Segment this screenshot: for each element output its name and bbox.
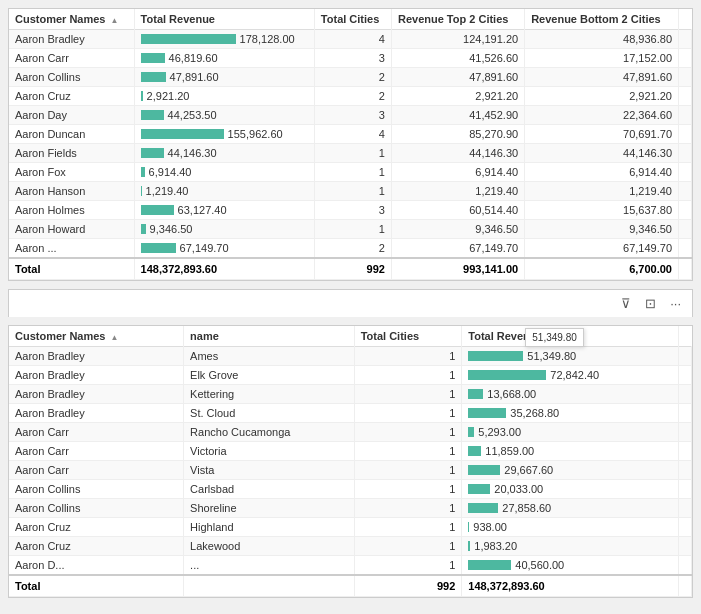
cell-cities: 4	[314, 125, 391, 144]
cell-top2: 6,914.40	[391, 163, 524, 182]
cell-customer2: Aaron Bradley	[9, 404, 184, 423]
table2-body: Aaron BradleyAmes1 51,349.80 51,349.80 A…	[9, 347, 692, 597]
total-label: Total	[9, 258, 134, 280]
cell-customer2: Aaron Cruz	[9, 537, 184, 556]
cell-customer: Aaron Collins	[9, 68, 134, 87]
col-revenue-bottom2[interactable]: Revenue Bottom 2 Cities	[525, 9, 679, 30]
cell-bottom2: 1,219.40	[525, 182, 679, 201]
cell-revenue: 155,962.60	[134, 125, 314, 144]
cell-top2: 85,270.90	[391, 125, 524, 144]
cell-customer2: Aaron Cruz	[9, 518, 184, 537]
col-revenue-top2[interactable]: Revenue Top 2 Cities	[391, 9, 524, 30]
cell-revenue: 6,914.40	[134, 163, 314, 182]
sort-arrow-1: ▲	[111, 16, 119, 25]
table-row: Aaron Day 44,253.50 341,452.9022,364.60	[9, 106, 692, 125]
col-total-revenue[interactable]: Total Revenue	[134, 9, 314, 30]
cell-customer: Aaron Cruz	[9, 87, 134, 106]
table-row: Aaron Fox 6,914.40 16,914.406,914.40	[9, 163, 692, 182]
table-row: Aaron ... 67,149.70 267,149.7067,149.70	[9, 239, 692, 259]
cell-revenue: 63,127.40	[134, 201, 314, 220]
table-row: Aaron BradleyKettering1 13,668.00	[9, 385, 692, 404]
table-row: Aaron Carr 46,819.60 341,526.6017,152.00	[9, 49, 692, 68]
table2-header-row: Customer Names ▲ name Total Cities Total…	[9, 326, 692, 347]
table-row: Aaron BradleyAmes1 51,349.80 51,349.80	[9, 347, 692, 366]
cell-city: Elk Grove	[184, 366, 355, 385]
cell-cities2: 1	[354, 404, 462, 423]
cell-top2: 1,219.40	[391, 182, 524, 201]
cell-cities: 3	[314, 201, 391, 220]
cell-customer2: Aaron Bradley	[9, 366, 184, 385]
cell-customer2: Aaron Carr	[9, 461, 184, 480]
cell-cities2: 1	[354, 518, 462, 537]
total-city	[184, 575, 355, 597]
cell-customer: Aaron Howard	[9, 220, 134, 239]
cell-cities: 3	[314, 49, 391, 68]
col-total-cities[interactable]: Total Cities	[314, 9, 391, 30]
table-row: Aaron Howard 9,346.50 19,346.509,346.50	[9, 220, 692, 239]
toolbar-row: ⊽ ⊡ ···	[8, 289, 693, 317]
cell-city: Kettering	[184, 385, 355, 404]
cell-customer2: Aaron Collins	[9, 499, 184, 518]
filter-icon[interactable]: ⊽	[618, 294, 634, 313]
total-row: Total 992 148,372,893.60	[9, 575, 692, 597]
col2-total-revenue[interactable]: Total Revenue	[462, 326, 679, 347]
cell-revenue: 1,219.40	[134, 182, 314, 201]
cell-customer: Aaron Fox	[9, 163, 134, 182]
cell-bottom2: 47,891.60	[525, 68, 679, 87]
cell-top2: 60,514.40	[391, 201, 524, 220]
cell-revenue2: 29,667.60	[462, 461, 679, 480]
table-row: Aaron Fields 44,146.30 144,146.3044,146.…	[9, 144, 692, 163]
cell-top2: 124,191.20	[391, 30, 524, 49]
cell-revenue2: 40,560.00	[462, 556, 679, 576]
cell-revenue2: 5,293.00	[462, 423, 679, 442]
table2-scroll[interactable]: Customer Names ▲ name Total Cities Total…	[9, 326, 692, 597]
table-row: Aaron CruzLakewood1 1,983.20	[9, 537, 692, 556]
cell-cities2: 1	[354, 423, 462, 442]
col2-customer-names[interactable]: Customer Names ▲	[9, 326, 184, 347]
cell-bottom2: 2,921.20	[525, 87, 679, 106]
cell-revenue2: 72,842.40	[462, 366, 679, 385]
table-row: Aaron D......1 40,560.00	[9, 556, 692, 576]
table-row: Aaron CarrVictoria1 11,859.00	[9, 442, 692, 461]
col-customer-names[interactable]: Customer Names ▲	[9, 9, 134, 30]
total-cities: 992	[314, 258, 391, 280]
table1: Customer Names ▲ Total Revenue Total Cit…	[9, 9, 692, 280]
cell-revenue: 44,146.30	[134, 144, 314, 163]
table-row: Aaron CruzHighland1 938.00	[9, 518, 692, 537]
table1-scroll[interactable]: Customer Names ▲ Total Revenue Total Cit…	[9, 9, 692, 280]
cell-revenue: 46,819.60	[134, 49, 314, 68]
cell-cities2: 1	[354, 442, 462, 461]
cell-cities2: 1	[354, 347, 462, 366]
cell-revenue2: 27,858.60	[462, 499, 679, 518]
table-row: Aaron BradleyElk Grove1 72,842.40	[9, 366, 692, 385]
table-row: Aaron Collins 47,891.60 247,891.6047,891…	[9, 68, 692, 87]
cell-cities: 1	[314, 144, 391, 163]
cell-top2: 2,921.20	[391, 87, 524, 106]
cell-top2: 44,146.30	[391, 144, 524, 163]
cell-revenue2: 20,033.00	[462, 480, 679, 499]
table-row: Aaron Holmes 63,127.40 360,514.4015,637.…	[9, 201, 692, 220]
cell-bottom2: 70,691.70	[525, 125, 679, 144]
cell-customer: Aaron Hanson	[9, 182, 134, 201]
col2-spacer	[679, 326, 692, 347]
cell-revenue2: 1,983.20	[462, 537, 679, 556]
expand-icon[interactable]: ⊡	[642, 294, 659, 313]
cell-cities2: 1	[354, 537, 462, 556]
cell-revenue2: 51,349.80 51,349.80	[462, 347, 679, 366]
cell-cities: 3	[314, 106, 391, 125]
total-label2: Total	[9, 575, 184, 597]
cell-city: St. Cloud	[184, 404, 355, 423]
more-icon[interactable]: ···	[667, 294, 684, 313]
cell-customer: Aaron ...	[9, 239, 134, 259]
cell-bottom2: 48,936.80	[525, 30, 679, 49]
col2-name[interactable]: name	[184, 326, 355, 347]
cell-revenue2: 938.00	[462, 518, 679, 537]
total-bottom2: 6,700.00	[525, 258, 679, 280]
col2-total-cities[interactable]: Total Cities	[354, 326, 462, 347]
cell-customer: Aaron Carr	[9, 49, 134, 68]
cell-top2: 41,452.90	[391, 106, 524, 125]
cell-revenue2: 13,668.00	[462, 385, 679, 404]
table-row: Aaron CarrVista1 29,667.60	[9, 461, 692, 480]
total-top2: 993,141.00	[391, 258, 524, 280]
cell-customer2: Aaron Carr	[9, 442, 184, 461]
